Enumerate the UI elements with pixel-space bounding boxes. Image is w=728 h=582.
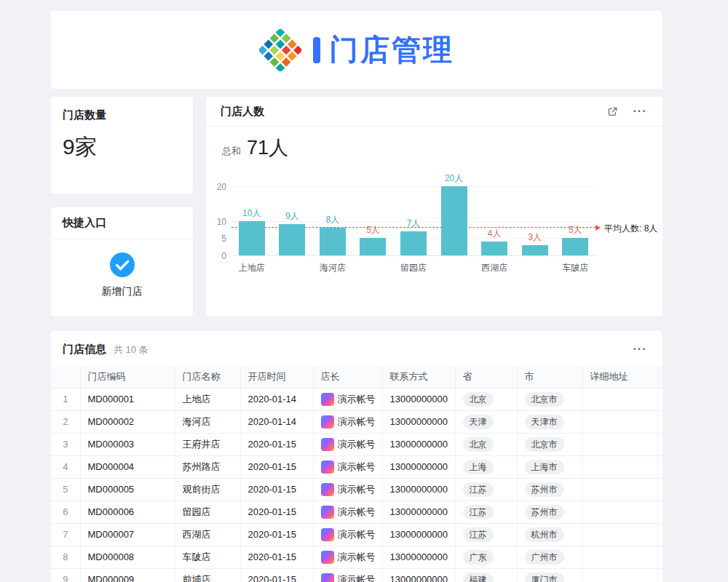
total-value: 71人 <box>247 135 288 161</box>
expand-button[interactable] <box>604 103 620 119</box>
y-axis-tick: 10 <box>206 217 226 227</box>
cell-cut <box>657 568 662 582</box>
add-store-label: 新增门店 <box>102 285 143 298</box>
bar-value-label: 4人 <box>488 229 502 238</box>
cell-address <box>582 568 657 582</box>
cell-manager: 演示帐号 <box>313 433 382 455</box>
cell-manager: 演示帐号 <box>313 410 382 433</box>
city-tag: 天津市 <box>525 415 564 429</box>
x-axis-label: 上地店 <box>232 262 272 274</box>
cell-address <box>582 455 657 478</box>
manager-name: 演示帐号 <box>338 528 376 541</box>
store-info-header: 门店信息 共 10 条 ··· <box>51 331 662 366</box>
manager-name: 演示帐号 <box>338 393 376 406</box>
cell-row-index: 6 <box>51 501 80 523</box>
add-store-button[interactable]: 新增门店 <box>51 251 193 298</box>
table-row: 5MD000005观前街店2020-01-15演示帐号13000000000江苏… <box>51 478 662 501</box>
manager-avatar-icon <box>321 506 334 519</box>
cell-open-date: 2020-01-15 <box>240 433 313 455</box>
cell-store-name: 前埔店 <box>175 568 240 582</box>
chart-bar[interactable] <box>400 231 427 255</box>
table-header-row: 门店编码门店名称开店时间店长联系方式省市详细地址 <box>51 366 662 388</box>
cell-store-name: 上地店 <box>175 388 240 410</box>
headcount-card: 门店人数 ··· 总和 71人 051020 10人9人8人5人7人20人4人3… <box>206 97 662 316</box>
cell-store-code: MD000005 <box>80 478 175 501</box>
total-label: 总和 <box>222 145 241 158</box>
table-menu-button[interactable]: ··· <box>632 341 648 357</box>
x-axis-label <box>434 262 475 274</box>
x-axis-label: 留园店 <box>393 262 434 274</box>
cell-cut <box>657 433 662 455</box>
chart-bar[interactable] <box>441 186 467 255</box>
province-tag: 天津 <box>463 415 494 429</box>
cell-address <box>582 410 657 433</box>
cell-cut <box>657 523 662 546</box>
column-header: 联系方式 <box>382 366 455 388</box>
title-accent-bar <box>313 37 320 63</box>
city-tag: 北京市 <box>525 437 564 452</box>
quick-entry-header: 快捷入口 <box>51 207 193 239</box>
x-axis-label: 西湖店 <box>474 262 515 274</box>
x-axis-label: 车陂店 <box>555 262 596 274</box>
city-tag: 苏州市 <box>525 505 564 519</box>
cell-store-code: MD000002 <box>80 410 175 433</box>
manager-name: 演示帐号 <box>338 506 376 519</box>
table-row: 4MD000004苏州路店2020-01-15演示帐号13000000000上海… <box>51 455 662 478</box>
cell-row-index: 5 <box>51 478 80 501</box>
cell-cut <box>657 478 662 501</box>
chart-bar[interactable] <box>279 224 305 255</box>
bar-slot: 7人 <box>393 187 434 255</box>
city-tag: 上海市 <box>525 460 564 474</box>
cell-manager: 演示帐号 <box>313 478 382 501</box>
chart-bar[interactable] <box>239 221 265 256</box>
column-header: 详细地址 <box>582 366 657 388</box>
cell-city: 上海市 <box>517 455 582 478</box>
headcount-card-header: 门店人数 ··· <box>206 97 662 127</box>
manager-name: 演示帐号 <box>338 415 376 428</box>
cell-row-index: 8 <box>51 546 80 568</box>
manager-name: 演示帐号 <box>338 551 376 564</box>
cell-contact: 13000000000 <box>382 546 455 568</box>
cell-manager: 演示帐号 <box>313 546 382 568</box>
store-info-card: 门店信息 共 10 条 ··· 门店编码门店名称开店时间店长联系方式省市详细地址… <box>51 331 662 582</box>
cell-city: 厦门市 <box>517 568 582 582</box>
chart-bar[interactable] <box>320 228 346 255</box>
manager-avatar-icon <box>321 461 334 474</box>
cell-city: 杭州市 <box>517 523 582 546</box>
cell-contact: 13000000000 <box>382 455 455 478</box>
manager-avatar-icon <box>321 573 334 582</box>
table-row: 8MD000008车陂店2020-01-15演示帐号13000000000广东广… <box>51 546 662 568</box>
bar-slot: 8人 <box>312 187 353 255</box>
cell-row-index: 3 <box>51 433 80 455</box>
bar-slot: 5人 <box>353 187 394 255</box>
y-axis-tick: 5 <box>206 234 226 244</box>
chart-bar[interactable] <box>562 238 588 255</box>
cell-open-date: 2020-01-14 <box>240 388 313 410</box>
chart-bar[interactable] <box>522 245 548 255</box>
cell-store-name: 留园店 <box>175 501 240 523</box>
bar-value-label: 3人 <box>528 233 542 242</box>
cut-column-header <box>657 366 662 388</box>
chart-bar[interactable] <box>481 242 507 255</box>
table-row: 1MD000001上地店2020-01-14演示帐号13000000000北京北… <box>51 388 662 410</box>
cell-row-index: 1 <box>51 388 80 410</box>
y-axis-tick: 20 <box>206 182 226 192</box>
cell-row-index: 7 <box>51 523 80 546</box>
column-header: 门店名称 <box>175 366 240 388</box>
cell-city: 北京市 <box>517 433 582 455</box>
bar-value-label: 5人 <box>569 226 582 234</box>
column-header: 市 <box>517 366 582 388</box>
cell-store-name: 观前街店 <box>175 478 240 501</box>
cell-province: 北京 <box>455 433 517 455</box>
cell-province: 江苏 <box>455 478 517 501</box>
cell-city: 广州市 <box>517 546 582 568</box>
chart-bar[interactable] <box>360 238 386 255</box>
city-tag: 杭州市 <box>525 527 564 542</box>
cell-cut <box>657 455 662 478</box>
cell-store-code: MD000008 <box>80 546 175 568</box>
cell-open-date: 2020-01-15 <box>240 478 313 501</box>
card-menu-button[interactable]: ··· <box>632 103 648 119</box>
cell-open-date: 2020-01-15 <box>240 501 313 523</box>
cell-province: 福建 <box>455 568 517 582</box>
city-tag: 苏州市 <box>525 482 564 497</box>
